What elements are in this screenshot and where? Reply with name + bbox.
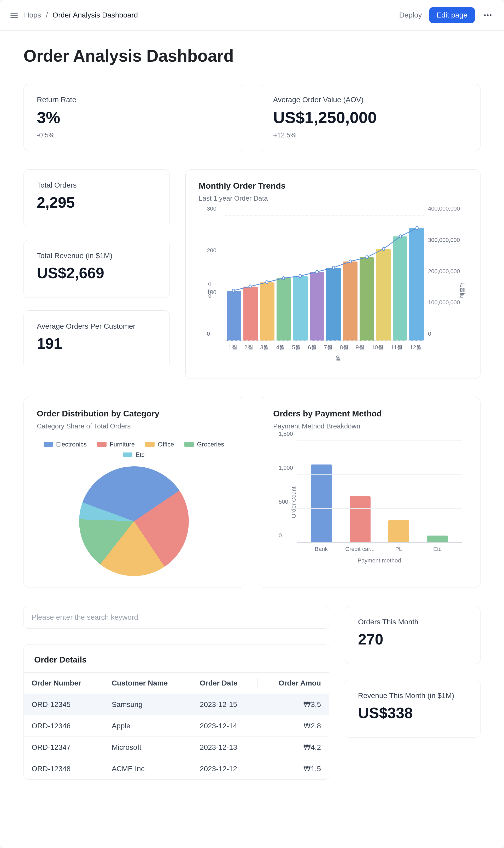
y-tick: 1,000	[278, 464, 293, 471]
table-cell: Apple	[104, 715, 192, 737]
table-cell: ORD-12347	[24, 737, 104, 758]
kpi-delta: -0.5%	[37, 131, 231, 139]
y-tick: 500	[278, 498, 288, 505]
kpi-aov: Average Order Value (AOV) US$1,250,000 +…	[260, 84, 481, 151]
kpi-value: 270	[358, 631, 467, 648]
table-cell: ₩2,8	[257, 715, 329, 737]
kpi-label: Revenue This Month (in $1M)	[358, 691, 467, 700]
table-header[interactable]: Order Amou	[257, 673, 329, 694]
chart-legend: ElectronicsFurnitureOfficeGroceriesEtc	[37, 441, 231, 459]
x-tick: Bank	[302, 546, 341, 552]
legend-item[interactable]: Electronics	[43, 441, 87, 448]
table-cell: Microsoft	[104, 737, 192, 758]
x-tick: Credit car...	[341, 546, 379, 552]
x-tick: 9월	[356, 343, 364, 351]
kpi-value: US$338	[358, 705, 467, 721]
menu-icon[interactable]	[11, 13, 18, 18]
x-tick: 12월	[410, 343, 422, 351]
table-row[interactable]: ORD-12345Samsung2023-12-15₩3,5	[24, 694, 329, 715]
x-tick: 5월	[292, 343, 301, 351]
table-header[interactable]: Order Date	[192, 673, 257, 694]
deploy-link[interactable]: Deploy	[399, 11, 422, 19]
chart-bar[interactable]	[350, 496, 371, 542]
table-cell: 2023-12-15	[192, 694, 257, 715]
y-tick-right: 400,000,000	[428, 205, 460, 212]
chart-bar[interactable]	[343, 262, 358, 341]
chart-bar[interactable]	[326, 268, 341, 341]
kpi-return-rate: Return Rate 3% -0.5%	[23, 84, 244, 151]
x-tick: PL	[379, 546, 418, 552]
legend-swatch	[43, 442, 53, 447]
table-header[interactable]: Order Number	[24, 673, 104, 694]
x-tick: 7월	[324, 343, 333, 351]
chart-bar[interactable]	[409, 228, 424, 341]
chart-plot-area: 01002003000100,000,000200,000,000300,000…	[225, 215, 426, 341]
table-cell: ORD-12346	[24, 715, 104, 737]
table-row[interactable]: ORD-12348ACME Inc2023-12-12₩1,5	[24, 758, 329, 780]
search-input[interactable]	[23, 606, 329, 629]
table-cell: Samsung	[104, 694, 192, 715]
table-cell: 2023-12-14	[192, 715, 257, 737]
y-tick-right: 100,000,000	[428, 299, 460, 306]
table-row[interactable]: ORD-12347Microsoft2023-12-13₩4,2	[24, 737, 329, 758]
legend-item[interactable]: Office	[145, 441, 174, 448]
y-tick-right: 300,000,000	[428, 237, 460, 244]
x-tick: 6월	[308, 343, 317, 351]
kpi-value: 2,295	[37, 194, 157, 211]
chart-bar[interactable]	[244, 287, 258, 341]
legend-swatch	[145, 442, 155, 447]
kpi-label: Total Revenue (in $1M)	[37, 251, 157, 260]
x-tick: 2월	[244, 343, 253, 351]
legend-label: Etc	[136, 451, 145, 459]
table-cell: 2023-12-12	[192, 758, 257, 780]
kpi-label: Return Rate	[37, 95, 231, 104]
table-header[interactable]: Customer Name	[104, 673, 192, 694]
kpi-value: US$2,669	[37, 265, 157, 281]
chart-bar[interactable]	[388, 520, 409, 543]
legend-label: Furniture	[110, 441, 135, 448]
chart-subtitle: Payment Method Breakdown	[273, 422, 467, 430]
x-tick: 8월	[340, 343, 348, 351]
chart-title: Order Distribution by Category	[37, 409, 231, 419]
chart-bar[interactable]	[376, 249, 391, 341]
more-icon[interactable]	[482, 12, 493, 18]
table-cell: ORD-12348	[24, 758, 104, 780]
chart-bar[interactable]	[227, 291, 241, 341]
y-tick-left: 300	[207, 205, 216, 212]
y-tick: 0	[278, 532, 282, 539]
chart-payment-method: Orders by Payment Method Payment Method …	[260, 397, 481, 588]
chart-bar[interactable]	[276, 278, 291, 341]
table-row[interactable]: ORD-12346Apple2023-12-14₩2,8	[24, 715, 329, 737]
legend-item[interactable]: Etc	[123, 451, 145, 459]
y-tick: 1,500	[278, 430, 293, 437]
chart-bar[interactable]	[260, 282, 274, 341]
chart-bar[interactable]	[293, 276, 308, 341]
kpi-orders-this-month: Orders This Month 270	[345, 606, 481, 664]
y-tick-right: 200,000,000	[428, 268, 460, 275]
chart-bar[interactable]	[311, 464, 332, 542]
legend-swatch	[97, 442, 107, 447]
kpi-label: Average Order Value (AOV)	[273, 95, 467, 104]
table-title: Order Details	[24, 644, 329, 672]
x-axis-label: 월	[220, 354, 457, 362]
order-details-table: Order Details Order NumberCustomer NameO…	[23, 644, 329, 780]
y-tick-left: 200	[207, 247, 216, 254]
chart-monthly-order-trends: Monthly Order Trends Last 1 year Order D…	[185, 169, 481, 379]
legend-item[interactable]: Furniture	[97, 441, 135, 448]
chart-title: Orders by Payment Method	[273, 409, 467, 419]
legend-label: Electronics	[56, 441, 87, 448]
legend-swatch	[123, 453, 132, 457]
x-tick: 11월	[391, 343, 403, 351]
chart-order-distribution: Order Distribution by Category Category …	[23, 397, 244, 588]
legend-item[interactable]: Groceries	[184, 441, 224, 448]
edit-page-button[interactable]: Edit page	[429, 7, 475, 23]
chart-bar[interactable]	[427, 535, 448, 542]
y-axis-label: Order Count	[290, 487, 297, 518]
table-cell: ₩3,5	[257, 694, 329, 715]
kpi-label: Orders This Month	[358, 618, 467, 626]
chart-bar[interactable]	[393, 236, 408, 341]
chart-bar[interactable]	[310, 272, 324, 341]
x-tick: 1월	[228, 343, 237, 351]
kpi-revenue-this-month: Revenue This Month (in $1M) US$338	[345, 680, 481, 738]
breadcrumb-root[interactable]: Hops	[24, 11, 41, 19]
